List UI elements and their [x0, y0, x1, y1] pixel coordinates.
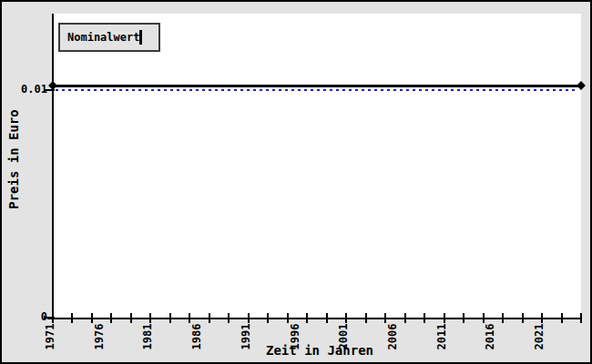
x-tick-mark: [384, 313, 386, 323]
x-tick-mark: [444, 313, 445, 323]
x-tick-label: 1991: [240, 324, 251, 350]
legend-box: Nominalwert: [58, 23, 160, 52]
x-tick-mark: [522, 313, 524, 323]
x-tick-mark: [189, 313, 190, 323]
x-tick-mark: [149, 313, 151, 323]
x-tick-mark: [404, 313, 406, 323]
x-tick-label: 1971: [45, 324, 56, 350]
legend-key-swatch: [139, 30, 142, 45]
x-tick-mark: [110, 313, 112, 323]
x-tick-mark: [365, 313, 367, 323]
x-tick-label: 1976: [94, 324, 105, 350]
x-tick-label: 2016: [485, 324, 495, 350]
x-tick-mark: [561, 313, 563, 323]
x-tick-mark: [483, 313, 485, 323]
series-line: [53, 85, 581, 87]
x-axis-title: Zeit in Jahren: [266, 344, 373, 357]
plot-area: [54, 14, 581, 318]
x-tick-mark: [345, 313, 347, 323]
x-tick-mark: [267, 313, 269, 323]
x-tick-mark: [541, 313, 543, 323]
x-tick-label: 2001: [338, 324, 349, 350]
x-tick-mark: [287, 313, 289, 323]
x-tick-label: 1981: [142, 324, 153, 350]
x-tick-mark: [502, 313, 504, 323]
x-tick-mark: [580, 313, 582, 323]
y-tick-label: 0.01: [2, 83, 47, 96]
x-tick-label: 2021: [534, 324, 545, 350]
y-axis-title: Preis in Euro: [7, 109, 20, 209]
x-tick-mark: [463, 313, 464, 323]
legend-label: Nominalwert: [67, 23, 139, 52]
x-tick-mark: [130, 313, 132, 323]
x-tick-mark: [306, 313, 308, 323]
x-tick-label: 2006: [387, 324, 398, 350]
x-tick-mark: [169, 313, 171, 323]
x-tick-label: 1996: [290, 324, 301, 350]
y-tick-label: 0: [2, 310, 47, 324]
y-gridline: [56, 89, 577, 91]
x-tick-mark: [91, 313, 93, 323]
x-tick-mark: [228, 313, 230, 323]
x-tick-label: 1986: [191, 324, 202, 350]
x-tick-mark: [424, 313, 425, 323]
x-tick-mark: [248, 313, 250, 323]
x-tick-mark: [209, 313, 210, 323]
chart-figure: Preis in Euro Zeit in Jahren Nominalwert…: [0, 0, 592, 364]
screenshot-root: { "colors": { "figure_background": "#e3e…: [0, 0, 592, 364]
x-tick-mark: [326, 313, 328, 323]
y-axis-line: [52, 14, 54, 319]
x-tick-label: 2011: [436, 324, 447, 350]
x-tick-mark: [71, 313, 73, 323]
